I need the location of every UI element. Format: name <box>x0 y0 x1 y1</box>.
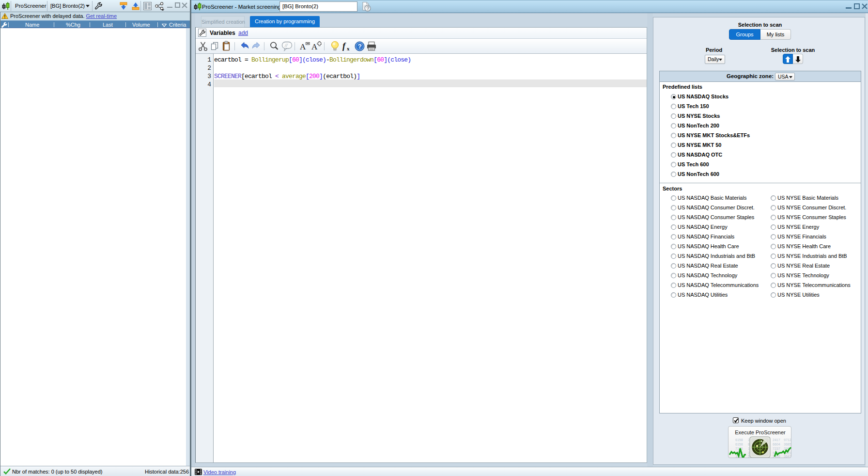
svg-text:A: A <box>311 42 318 51</box>
svg-text:9712: 9712 <box>784 438 791 442</box>
svg-text:A: A <box>300 42 306 51</box>
svg-text:6158: 6158 <box>735 438 743 442</box>
svg-text:3685: 3685 <box>784 443 791 446</box>
svg-text:?: ? <box>366 5 370 11</box>
svg-text:?: ? <box>358 43 362 50</box>
svg-text:2936: 2936 <box>773 455 780 458</box>
svg-text:2417: 2417 <box>773 438 780 442</box>
svg-text:6158: 6158 <box>735 443 743 446</box>
svg-text:3647: 3647 <box>784 455 791 458</box>
svg-text:6604: 6604 <box>773 443 780 446</box>
svg-text:f: f <box>342 41 346 51</box>
svg-text:x: x <box>347 46 350 51</box>
svg-text:7176: 7176 <box>735 447 743 450</box>
svg-text:7237: 7237 <box>773 447 780 450</box>
